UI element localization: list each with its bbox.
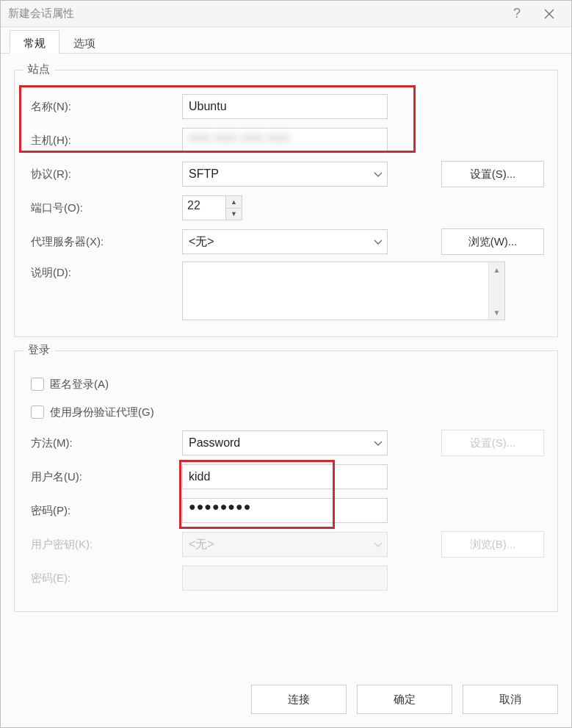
- auth-agent-checkbox[interactable]: [31, 406, 44, 419]
- triangle-down-icon: ▼: [489, 305, 504, 320]
- label-protocol: 协议(R):: [31, 167, 71, 180]
- method-settings-label: 设置(S)...: [470, 436, 516, 450]
- tab-options-label: 选项: [73, 37, 95, 49]
- label-name: 名称(N):: [31, 100, 71, 112]
- port-spinner[interactable]: 22 ▲ ▼: [182, 195, 242, 220]
- password-input[interactable]: ●●●●●●●●: [182, 498, 388, 523]
- dialog-footer: 连接 确定 取消: [1, 674, 571, 727]
- label-description: 说明(D):: [31, 266, 71, 278]
- method-value: Password: [189, 436, 240, 450]
- group-login: 登录 匿名登录(A) 使用身份验证代理(G) 方法(M):: [14, 350, 558, 612]
- protocol-value: SFTP: [189, 167, 219, 181]
- password-mask: ●●●●●●●●: [189, 500, 251, 513]
- method-select[interactable]: Password: [182, 430, 388, 455]
- tab-options[interactable]: 选项: [59, 30, 109, 53]
- proxy-value: <无>: [189, 234, 214, 250]
- row-keypass: 密码(E):: [28, 561, 544, 595]
- row-port: 端口号(O): 22 ▲ ▼: [28, 191, 544, 225]
- port-value: 22: [183, 196, 225, 220]
- port-spin-up[interactable]: ▲: [226, 196, 242, 209]
- triangle-up-icon: ▲: [231, 198, 237, 206]
- help-icon: ?: [513, 6, 521, 21]
- protocol-select[interactable]: SFTP: [182, 162, 388, 187]
- username-input[interactable]: [182, 464, 388, 489]
- label-userkey: 用户密钥(K):: [31, 538, 93, 550]
- group-login-legend: 登录: [23, 343, 54, 357]
- anonymous-label: 匿名登录(A): [50, 378, 109, 392]
- row-description: 说明(D): ▲ ▼: [28, 262, 544, 320]
- label-host: 主机(H):: [31, 134, 71, 146]
- connect-button[interactable]: 连接: [251, 685, 347, 714]
- name-input[interactable]: [182, 94, 388, 119]
- label-method: 方法(M):: [31, 436, 73, 449]
- chevron-down-icon: [374, 167, 383, 181]
- row-auth-agent: 使用身份验证代理(G): [28, 398, 544, 426]
- connect-label: 连接: [288, 693, 310, 707]
- anonymous-checkbox[interactable]: [31, 378, 44, 391]
- row-protocol: 协议(R): SFTP 设置(S)...: [28, 157, 544, 191]
- titlebar: 新建会话属性 ?: [1, 1, 571, 27]
- label-username: 用户名(U):: [31, 470, 82, 483]
- keypass-input: [182, 566, 388, 591]
- window-title: 新建会话属性: [8, 7, 74, 21]
- proxy-browse-label: 浏览(W)...: [468, 235, 518, 249]
- proxy-select[interactable]: <无>: [182, 229, 388, 254]
- triangle-down-icon: ▼: [231, 210, 237, 217]
- row-name: 名称(N):: [28, 90, 544, 123]
- group-site: 站点 名称(N): 主机(H): xxx.xxx.xxx.xxx: [14, 70, 558, 337]
- row-userkey: 用户密钥(K): <无> 浏览(B)...: [28, 527, 544, 561]
- proxy-browse-button[interactable]: 浏览(W)...: [441, 228, 544, 255]
- protocol-settings-button[interactable]: 设置(S)...: [441, 161, 544, 187]
- triangle-up-icon: ▲: [489, 262, 504, 277]
- tab-general-label: 常规: [23, 37, 46, 49]
- chevron-down-icon: [374, 538, 383, 551]
- cancel-button[interactable]: 取消: [463, 685, 558, 714]
- tab-general[interactable]: 常规: [10, 30, 59, 54]
- textarea-scrollbar[interactable]: ▲ ▼: [488, 262, 504, 320]
- close-button[interactable]: [533, 1, 565, 27]
- label-keypass: 密码(E):: [31, 572, 70, 584]
- help-button[interactable]: ?: [501, 1, 533, 27]
- row-anonymous: 匿名登录(A): [28, 370, 544, 398]
- group-site-legend: 站点: [23, 62, 54, 76]
- tab-bar: 常规 选项: [1, 27, 571, 54]
- method-settings-button: 设置(S)...: [441, 430, 544, 456]
- chevron-down-icon: [374, 235, 383, 248]
- description-textarea[interactable]: ▲ ▼: [182, 262, 505, 320]
- label-proxy: 代理服务器(X):: [31, 235, 104, 248]
- userkey-value: <无>: [189, 537, 214, 552]
- label-password: 密码(P):: [31, 504, 70, 516]
- cancel-label: 取消: [499, 693, 521, 707]
- row-host: 主机(H): xxx.xxx.xxx.xxx: [28, 123, 544, 157]
- userkey-browse-button: 浏览(B)...: [441, 531, 544, 558]
- row-username: 用户名(U):: [28, 460, 544, 494]
- label-port: 端口号(O):: [31, 201, 83, 214]
- userkey-select: <无>: [182, 532, 388, 557]
- host-input[interactable]: xxx.xxx.xxx.xxx: [182, 128, 388, 153]
- dialog-body: 站点 名称(N): 主机(H): xxx.xxx.xxx.xxx: [1, 54, 571, 674]
- ok-button[interactable]: 确定: [357, 685, 452, 714]
- chevron-down-icon: [374, 436, 383, 450]
- userkey-browse-label: 浏览(B)...: [470, 538, 516, 552]
- port-spin-down[interactable]: ▼: [226, 209, 242, 220]
- ok-label: 确定: [394, 693, 416, 707]
- auth-agent-label: 使用身份验证代理(G): [50, 406, 154, 419]
- row-method: 方法(M): Password 设置(S)...: [28, 426, 544, 460]
- dialog-window: 新建会话属性 ? 常规 选项 站点 名称(N):: [0, 0, 572, 728]
- protocol-settings-label: 设置(S)...: [470, 167, 516, 181]
- row-proxy: 代理服务器(X): <无> 浏览(W)...: [28, 225, 544, 259]
- close-icon: [544, 9, 554, 19]
- row-password: 密码(P): ●●●●●●●●: [28, 494, 544, 527]
